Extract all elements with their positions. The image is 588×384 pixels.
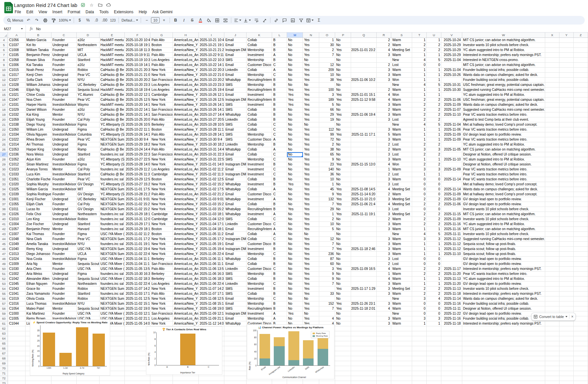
cell-L55[interactable]: B [272, 291, 287, 296]
cell-Q50[interactable]: 2025-11-09 16:5 [351, 267, 377, 272]
cell-X33[interactable] [545, 182, 559, 187]
cell-D51[interactable]: Figma [76, 272, 99, 277]
cell-A15[interactable]: C1021 [8, 93, 25, 97]
cell-Z15[interactable] [573, 93, 588, 97]
cell-P32[interactable]: No [335, 177, 351, 182]
row-header-24[interactable]: 24 [0, 137, 8, 142]
cell-H11[interactable]: America/New_Y [173, 73, 198, 78]
cell-J25[interactable]: LinkedIn [224, 142, 247, 147]
cell-R39[interactable]: 3 [377, 212, 391, 217]
cell-M36[interactable]: No [287, 197, 303, 202]
cell-E59[interactable]: USC IYA Mixer ( [99, 311, 124, 316]
cell-O44[interactable]: 12 [319, 237, 335, 242]
cell-W57[interactable]: Founder building social infra; possible … [462, 301, 545, 306]
cell-Y48[interactable] [559, 257, 573, 262]
cell-G42[interactable]: Boston [150, 227, 173, 232]
cell-N19[interactable]: Yes [303, 112, 319, 117]
cell-X72[interactable] [545, 376, 559, 381]
cell-P35[interactable]: Yes [335, 192, 351, 197]
cell-A34[interactable]: C1025 [8, 187, 25, 192]
menus-search-button[interactable]: Menus [6, 17, 24, 24]
cell-V57[interactable]: 2025-11-16 [441, 301, 462, 306]
row-header-5[interactable]: 5 [0, 43, 8, 48]
cell-I18[interactable]: 2025-10-26 14:1 [198, 107, 224, 112]
cell-E14[interactable]: HackMIT meetu [99, 88, 124, 93]
cell-J60[interactable]: Email [224, 316, 247, 321]
cell-H24[interactable]: America/New_Y [173, 137, 198, 142]
cell-E35[interactable]: YC Afterparty (S [99, 192, 124, 197]
cell-P51[interactable]: No [335, 272, 351, 277]
cell-O39[interactable]: 1 [319, 212, 335, 217]
cell-V21[interactable]: 2025-11-04 [441, 122, 462, 127]
column-header-I[interactable]: I [198, 32, 224, 38]
cell-X30[interactable] [545, 167, 559, 172]
cell-U60[interactable]: 3 [427, 316, 441, 321]
cell-J52[interactable]: SMS [224, 277, 247, 282]
cell-U20[interactable]: 2 [427, 117, 441, 122]
cell-D50[interactable]: USC IYA [76, 267, 99, 272]
cell-W34[interactable]: Wants data on campus challenges; asked f… [462, 187, 545, 192]
cell-O31[interactable]: 36 [319, 172, 335, 177]
cell-X7[interactable] [545, 53, 559, 58]
cell-R28[interactable]: 3 [377, 157, 391, 162]
cell-F18[interactable]: 2025-10-22 14:1 [125, 107, 150, 112]
cell-L58[interactable]: B [272, 306, 287, 311]
cell-T5[interactable]: 2 [412, 43, 427, 48]
cell-I34[interactable]: 2025-11-02 17:5 [198, 187, 224, 192]
cell-J66[interactable] [224, 346, 247, 351]
cell-T30[interactable]: 3 [412, 167, 427, 172]
cell-O23[interactable]: 99 [319, 132, 335, 137]
cell-I11[interactable]: 2025-10-22 21:0 [198, 73, 224, 78]
cell-E57[interactable]: NEXTGEN Sum [99, 301, 124, 306]
cell-X48[interactable] [545, 257, 559, 262]
cell-Q19[interactable]: 2025-11-06 19:4 [351, 112, 377, 117]
cell-B56[interactable]: Olivia Costa [25, 296, 51, 301]
cell-W28[interactable]: YC alum suggested intro to PM at Roblox. [462, 157, 545, 162]
cell-S15[interactable]: Won [391, 93, 412, 97]
cell-D45[interactable]: NYU [76, 242, 99, 247]
cell-J10[interactable]: LinkedIn [224, 68, 247, 73]
cell-R4[interactable]: 2 [377, 38, 391, 43]
row-header-57[interactable]: 57 [0, 301, 8, 306]
cell-G46[interactable]: New York [150, 247, 173, 252]
cell-W36[interactable]: GV design lead open to portfolio review. [462, 197, 545, 202]
cell-V46[interactable]: 2025-11-12 [441, 247, 462, 252]
menu-insert[interactable]: Insert [50, 9, 65, 15]
cell-R47[interactable]: 3 [377, 252, 391, 257]
cell-U58[interactable]: 0 [427, 306, 441, 311]
cell-Y58[interactable] [559, 306, 573, 311]
cell-L15[interactable]: B [272, 93, 287, 97]
cell-Z65[interactable] [573, 341, 588, 346]
cell-V11[interactable]: 2025-10-26 [441, 73, 462, 78]
cell-P5[interactable]: No [335, 43, 351, 48]
horizontal-align-button[interactable] [233, 17, 242, 24]
cell-B22[interactable]: William Lim [25, 127, 51, 132]
row-header-22[interactable]: 22 [0, 127, 8, 132]
row-header-4[interactable]: 4 [0, 38, 8, 43]
cell-I19[interactable]: 2025-10-27 14:4 [198, 112, 224, 117]
cell-Q47[interactable] [351, 252, 377, 257]
cell-L7[interactable]: A [272, 53, 287, 58]
cell-V8[interactable]: 2025-11-04 [441, 58, 462, 63]
chart-tier-a-win-rate[interactable]: 🏆 Tier A Contacts Drive Real Wins Win Ra… [146, 326, 222, 375]
cell-B23[interactable]: Olivia Nguyen [25, 132, 51, 137]
cell-L37[interactable]: B [272, 202, 287, 207]
cell-W55[interactable]: Interested in mentorship; prefers early … [462, 291, 545, 296]
cell-B5[interactable]: Kei Ito [25, 43, 51, 48]
cell-I45[interactable]: 2025-11-05 19:1 [198, 242, 224, 247]
cell-E26[interactable]: CalHacks @ Be [99, 147, 124, 152]
row-header-73[interactable]: 73 [0, 381, 8, 384]
cell-K14[interactable]: Recruiting/Intern [247, 88, 272, 93]
cell-R6[interactable]: 4 [377, 48, 391, 53]
cell-U16[interactable]: 2 [427, 97, 441, 102]
cell-M23[interactable]: No [287, 132, 303, 137]
cell-C54[interactable]: Founder [51, 287, 77, 291]
cell-N59[interactable]: No [303, 311, 319, 316]
text-wrapping-button[interactable] [252, 17, 260, 24]
row-header-43[interactable]: 43 [0, 232, 8, 237]
cell-V73[interactable] [441, 381, 462, 384]
cell-X46[interactable] [545, 247, 559, 252]
cell-C36[interactable]: Undergrad [51, 197, 77, 202]
cell-Q22[interactable] [351, 127, 377, 132]
cell-B24[interactable]: Rhea Brown [25, 137, 51, 142]
